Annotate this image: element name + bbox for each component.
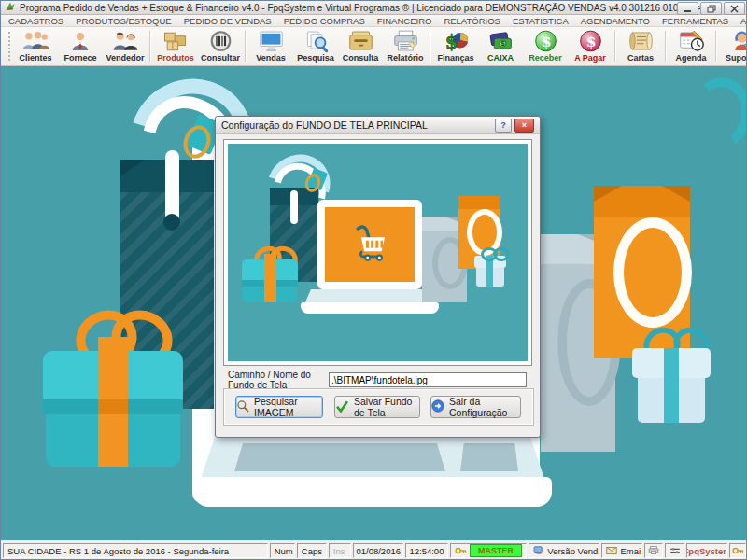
bg-orange-bag-handle xyxy=(613,217,692,328)
bg-bluegift-ribbon xyxy=(664,348,679,423)
printer-small-icon xyxy=(648,546,659,556)
toolbar-item-pesquisa[interactable]: Pesquisa xyxy=(293,28,338,64)
toolbar-item-a-pagar[interactable]: $ A Pagar xyxy=(568,28,613,64)
toolbar-item-vendas[interactable]: Vendas xyxy=(248,28,293,64)
dialog-titlebar[interactable]: Configuração do FUNDO DE TELA PRINCIPAL … xyxy=(216,117,540,134)
status-settings-levels[interactable] xyxy=(665,543,684,558)
bg-orange-bag-notch xyxy=(594,186,622,202)
app-icon xyxy=(5,0,16,16)
toolbar-item-agenda[interactable]: Agenda xyxy=(669,28,713,64)
toolbar-item-clientes[interactable]: Clientes xyxy=(13,28,58,64)
toolbar-item-produtos[interactable]: Produtos xyxy=(153,28,198,64)
file-drawer-icon xyxy=(347,29,374,53)
menu-ajuda[interactable]: AJUDA xyxy=(740,16,747,26)
status-key xyxy=(729,543,746,558)
status-date: 01/08/2016 xyxy=(353,543,403,558)
toolbar-item-label: Vendas xyxy=(256,53,286,63)
status-brand: FpqSystem xyxy=(686,543,727,558)
search-documents-icon xyxy=(303,29,330,53)
toolbar-item-suporte[interactable]: Suporte xyxy=(719,28,747,64)
menu-produtos-estoque[interactable]: PRODUTOS/ESTOQUE xyxy=(76,16,172,26)
bg-bag-grommet xyxy=(163,214,180,231)
salesperson-icon xyxy=(111,29,139,53)
status-location: SUA CIDADE - RS 1 de Agosto de 2016 - Se… xyxy=(3,543,268,558)
search-image-button[interactable]: Pesquisar IMAGEM xyxy=(235,396,323,418)
mini-laptop-base-front xyxy=(301,302,439,314)
toolbar-item-vendedor[interactable]: Vendedor xyxy=(103,28,148,64)
bg-orange-bag-notch2 xyxy=(662,186,690,202)
toolbar-item-label: Finanças xyxy=(437,53,473,63)
toolbar-item-cartas[interactable]: Cartas xyxy=(618,28,663,64)
envelope-icon xyxy=(606,546,617,556)
toolbar-item-relatorio[interactable]: Relatório xyxy=(383,28,428,64)
printer-icon xyxy=(392,29,419,53)
bg-gift-knot xyxy=(98,399,128,414)
wallpaper-preview-image xyxy=(228,144,528,361)
exit-config-button[interactable]: Sair da Configuração xyxy=(430,396,521,418)
application-window: Programa Pedido de Vendas + Estoque & Fi… xyxy=(0,0,747,560)
receive-dollar-icon: $ xyxy=(533,29,558,53)
version-pc-icon xyxy=(533,546,544,556)
toolbar-item-label: Consultar xyxy=(201,53,240,63)
toolbar-separator xyxy=(430,31,431,62)
magnifier-icon xyxy=(236,399,249,414)
bg-teal-arc xyxy=(684,73,747,155)
arrow-circle-icon xyxy=(431,399,444,414)
toolbar-item-consulta[interactable]: Consulta xyxy=(338,28,383,64)
menu-relatorios[interactable]: RELATÓRIOS xyxy=(444,16,500,26)
toolbar-item-financas[interactable]: $ Finanças xyxy=(433,28,478,64)
pay-dollar-icon: $ xyxy=(578,29,603,53)
menu-estatistica[interactable]: ESTATISTICA xyxy=(513,16,569,26)
toolbar-item-receber[interactable]: $ Receber xyxy=(523,28,568,64)
status-user: MASTER xyxy=(450,543,528,558)
svg-text:$: $ xyxy=(585,33,596,50)
minimize-button[interactable] xyxy=(677,2,698,15)
calendar-clock-icon xyxy=(678,29,705,53)
toolbar-item-label: Suporte xyxy=(726,53,747,63)
status-version: Versão Vendas 4.0 xyxy=(529,543,599,558)
toolbar-item-label: Cartas xyxy=(627,53,654,63)
key-icon xyxy=(732,546,744,556)
save-wallpaper-button[interactable]: Salvar Fundo de Tela xyxy=(334,396,420,418)
mini-laptop-display xyxy=(325,207,415,282)
status-num-lock: Num xyxy=(270,543,295,558)
status-user-badge: MASTER xyxy=(470,544,523,557)
menu-agendamento[interactable]: AGENDAMENTO xyxy=(581,16,650,26)
toolbar-separator xyxy=(149,31,151,62)
clients-icon xyxy=(21,29,49,53)
window-title: Programa Pedido de Vendas + Estoque & Fi… xyxy=(20,3,712,13)
toolbar-item-label: Consulta xyxy=(343,53,379,63)
dialog-help-button[interactable]: ? xyxy=(495,119,512,133)
products-boxes-icon xyxy=(162,29,190,53)
toolbar-item-label: A Pagar xyxy=(574,53,606,63)
menu-pedido-compras[interactable]: PEDIDO COMPRAS xyxy=(284,16,365,26)
monitor-icon xyxy=(258,29,285,53)
window-titlebar[interactable]: Programa Pedido de Vendas + Estoque & Fi… xyxy=(1,1,747,15)
dialog-close-button[interactable]: × xyxy=(514,119,534,133)
status-caps-lock: Caps xyxy=(297,543,327,558)
desktop-background: Configuração do FUNDO DE TELA PRINCIPAL … xyxy=(1,66,747,540)
mini-gift-ribbon xyxy=(264,254,276,302)
toolbar-item-label: Fornece xyxy=(63,53,96,63)
wallpaper-path-input[interactable] xyxy=(329,372,527,387)
dialog-button-group: Pesquisar IMAGEM Salvar Fundo de Tela Sa… xyxy=(223,388,534,426)
bg-laptop-base-front xyxy=(193,477,552,507)
menu-financeiro[interactable]: FINANCEIRO xyxy=(377,16,432,26)
menu-cadastros[interactable]: CADASTROS xyxy=(8,16,63,26)
toolbar-item-fornece[interactable]: Fornece xyxy=(58,28,103,64)
restore-button[interactable] xyxy=(700,2,722,15)
menu-ferramentas[interactable]: FERRAMENTAS xyxy=(662,16,728,26)
toolbar-item-consultar[interactable]: Consultar xyxy=(198,28,243,64)
toolbar-item-caixa[interactable]: $ CAIXA xyxy=(478,28,523,64)
toolbar-separator xyxy=(665,31,667,62)
status-printer[interactable] xyxy=(644,543,664,558)
menu-pedido-de-vendas[interactable]: PEDIDO DE VENDAS xyxy=(184,16,272,26)
search-image-label: Pesquisar IMAGEM xyxy=(254,396,322,418)
toolbar-separator xyxy=(614,31,616,62)
close-button[interactable] xyxy=(724,2,745,15)
svg-text:$: $ xyxy=(500,39,504,48)
bg-laptop-keyboard xyxy=(234,443,445,471)
status-email[interactable]: Email xyxy=(601,543,641,558)
supplier-icon xyxy=(67,29,93,53)
exit-config-label: Sair da Configuração xyxy=(449,396,520,418)
